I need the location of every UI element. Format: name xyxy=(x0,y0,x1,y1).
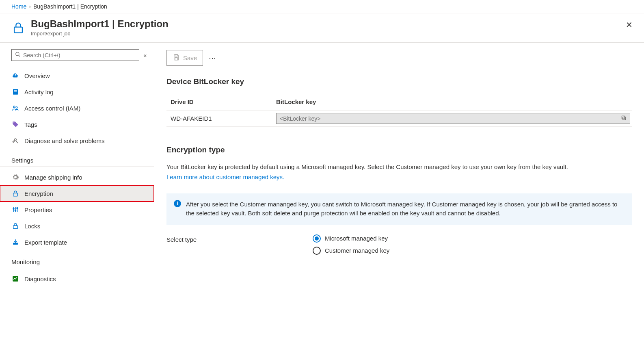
sidebar-item-label: Activity log xyxy=(24,89,54,95)
info-banner-text: After you select the Customer mananged k… xyxy=(186,200,625,218)
svg-point-10 xyxy=(15,210,16,211)
sidebar-item-label: Tags xyxy=(24,121,37,128)
more-button[interactable]: ⋯ xyxy=(207,51,218,65)
info-icon: i xyxy=(174,200,181,207)
breadcrumb-current: BugBashImport1 | Encryption xyxy=(33,3,107,10)
sidebar-item-diagnose[interactable]: Diagnose and solve problems xyxy=(0,132,154,149)
wrench-icon xyxy=(11,137,19,145)
svg-rect-12 xyxy=(13,226,18,229)
encryption-type-radio-group: Microsoft managed key Customer managed k… xyxy=(313,234,389,255)
sidebar-item-activity-log[interactable]: Activity log xyxy=(0,84,154,100)
radio-button-icon xyxy=(313,247,321,255)
svg-point-5 xyxy=(13,106,15,108)
learn-more-link[interactable]: Learn more about customer managed keys. xyxy=(166,174,284,180)
search-input[interactable] xyxy=(23,52,136,59)
svg-point-11 xyxy=(17,208,18,209)
sidebar-group-settings: Settings xyxy=(0,153,154,167)
radio-label: Customer managed key xyxy=(325,247,389,254)
toolbar: Save ⋯ xyxy=(166,50,632,66)
sidebar-item-export-template[interactable]: Export template xyxy=(0,234,154,250)
svg-rect-3 xyxy=(14,90,17,91)
svg-rect-0 xyxy=(14,27,22,33)
radio-label: Microsoft managed key xyxy=(325,235,388,242)
svg-rect-17 xyxy=(623,117,626,120)
close-button[interactable]: ✕ xyxy=(626,20,633,30)
svg-point-9 xyxy=(13,208,14,209)
sidebar-item-label: Locks xyxy=(24,223,40,230)
collapse-sidebar-button[interactable]: « xyxy=(143,52,147,59)
sidebar-item-locks[interactable]: Locks xyxy=(0,218,154,234)
radio-button-icon xyxy=(313,234,321,243)
sidebar-item-label: Encryption xyxy=(24,190,53,197)
chart-icon xyxy=(11,275,19,283)
bitlocker-section-title: Device BitLocker key xyxy=(166,77,632,86)
table-row: WD-AFAKEID1 xyxy=(166,111,632,127)
sidebar-item-label: Overview xyxy=(24,72,50,79)
svg-point-6 xyxy=(16,107,17,108)
sidebar-item-label: Diagnose and solve problems xyxy=(24,137,105,144)
bitlocker-key-input[interactable] xyxy=(280,115,621,122)
sidebar-item-label: Manage shipping info xyxy=(24,174,82,181)
select-type-row: Select type Microsoft managed key Custom… xyxy=(166,234,632,255)
svg-rect-16 xyxy=(175,58,177,60)
tag-icon xyxy=(11,120,19,128)
sidebar-item-shipping[interactable]: Manage shipping info xyxy=(0,169,154,185)
gear-icon xyxy=(11,173,19,181)
svg-rect-18 xyxy=(622,116,625,119)
breadcrumb-home[interactable]: Home xyxy=(11,3,26,10)
encryption-description: Your BitLocker key is protected by defau… xyxy=(166,163,632,172)
people-icon xyxy=(11,104,19,112)
info-banner: i After you select the Customer mananged… xyxy=(166,193,632,225)
col-drive-id: Drive ID xyxy=(166,94,272,111)
sidebar-item-tags[interactable]: Tags xyxy=(0,116,154,132)
chevron-right-icon: › xyxy=(29,3,31,10)
sidebar-item-label: Diagnostics xyxy=(24,275,56,282)
radio-microsoft-managed[interactable]: Microsoft managed key xyxy=(313,234,389,243)
radio-customer-managed[interactable]: Customer managed key xyxy=(313,247,389,255)
sidebar-item-label: Access control (IAM) xyxy=(24,105,80,112)
save-button[interactable]: Save xyxy=(166,50,203,66)
sidebar-item-diagnostics[interactable]: Diagnostics xyxy=(0,271,154,287)
bitlocker-table: Drive ID BitLocker key WD-AFAKEID1 xyxy=(166,94,632,127)
sidebar-item-overview[interactable]: Overview xyxy=(0,67,154,84)
properties-icon xyxy=(11,206,19,214)
sidebar-item-access-control[interactable]: Access control (IAM) xyxy=(0,100,154,116)
encryption-section-title: Encryption type xyxy=(166,145,632,154)
sidebar-item-label: Export template xyxy=(24,239,67,246)
save-icon xyxy=(173,54,180,62)
page-title: BugBashImport1 | Encryption xyxy=(31,18,169,30)
sidebar-item-label: Properties xyxy=(24,206,52,213)
page-header: BugBashImport1 | Encryption Import/expor… xyxy=(0,13,644,43)
select-type-label: Select type xyxy=(166,234,296,243)
search-input-wrapper[interactable] xyxy=(11,49,139,61)
svg-point-7 xyxy=(13,122,14,123)
export-icon xyxy=(11,238,19,246)
svg-rect-4 xyxy=(14,91,17,92)
log-icon xyxy=(11,88,19,96)
sidebar-item-encryption[interactable]: Encryption xyxy=(0,185,154,202)
col-bitlocker-key: BitLocker key xyxy=(272,94,632,111)
sidebar-group-monitoring: Monitoring xyxy=(0,254,154,268)
sidebar: « Overview Activity log Access control (… xyxy=(0,43,154,347)
drive-id-value: WD-AFAKEID1 xyxy=(166,111,272,127)
copy-icon[interactable] xyxy=(621,115,627,122)
sidebar-item-properties[interactable]: Properties xyxy=(0,202,154,218)
main-content: Save ⋯ Device BitLocker key Drive ID Bit… xyxy=(154,43,644,347)
svg-point-1 xyxy=(16,52,19,56)
save-button-label: Save xyxy=(183,54,197,61)
search-icon xyxy=(15,52,21,59)
lock-icon xyxy=(11,21,25,35)
svg-rect-15 xyxy=(175,54,177,56)
page-subtitle: Import/export job xyxy=(31,30,169,37)
cloud-icon xyxy=(11,72,19,80)
lock-icon xyxy=(11,189,19,197)
svg-rect-13 xyxy=(13,243,18,245)
breadcrumb: Home › BugBashImport1 | Encryption xyxy=(0,0,644,13)
svg-rect-8 xyxy=(13,193,18,196)
lock-icon xyxy=(11,222,19,230)
bitlocker-key-field[interactable] xyxy=(276,113,630,124)
